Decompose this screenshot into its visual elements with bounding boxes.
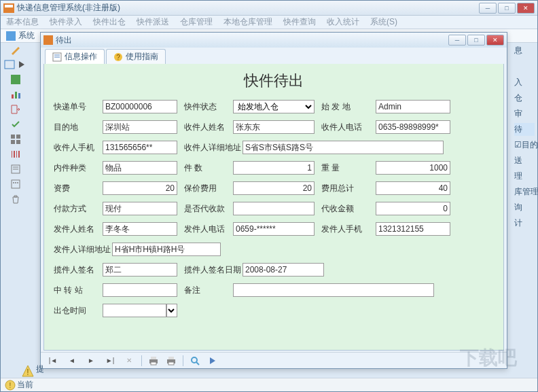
help-icon: ?	[113, 52, 123, 62]
input-pay-method[interactable]	[103, 202, 177, 215]
print-icon[interactable]	[147, 355, 160, 367]
label-dest: 目的地	[54, 122, 103, 133]
chart-icon[interactable]	[10, 89, 21, 100]
input-cod-amount[interactable]	[376, 202, 450, 215]
menu-query[interactable]: 快件查询	[283, 16, 316, 28]
calc-icon[interactable]	[10, 179, 21, 190]
next-search-icon[interactable]	[207, 355, 219, 367]
right-item[interactable]: 审	[514, 107, 535, 120]
input-recv-addr[interactable]	[243, 141, 444, 154]
svg-rect-15	[18, 151, 20, 158]
label-sender-mobile: 发件人手机	[321, 224, 376, 235]
input-origin[interactable]	[376, 100, 450, 113]
label-pay-method: 付款方式	[54, 203, 103, 215]
menu-dispatch[interactable]: 快件派送	[137, 16, 169, 28]
check-icon[interactable]	[10, 119, 21, 130]
input-express-no[interactable]	[103, 100, 177, 113]
tab-info-operation[interactable]: 信息操作	[45, 49, 105, 64]
outer-minimize-button[interactable]: ─	[479, 3, 497, 14]
input-is-cod[interactable]	[233, 202, 315, 215]
svg-rect-1	[5, 5, 13, 7]
nav-first-button[interactable]: |◄	[46, 355, 60, 367]
svg-rect-2	[5, 60, 14, 69]
right-item[interactable]: ☑目的	[514, 139, 535, 152]
menu-system[interactable]: 系统(S)	[370, 16, 397, 28]
select-out-time[interactable]	[166, 304, 177, 317]
input-sender-phone[interactable]	[233, 222, 315, 236]
right-item[interactable]: 息	[514, 44, 535, 57]
input-weight[interactable]	[376, 161, 450, 175]
inner-maximize-button[interactable]: □	[467, 35, 485, 46]
right-item[interactable]: 入	[514, 76, 535, 89]
input-fee[interactable]	[103, 181, 177, 195]
input-dest[interactable]	[103, 120, 177, 134]
status-bar: ! 提 ! 当前	[1, 378, 537, 391]
exit-icon[interactable]	[10, 104, 21, 115]
separator	[141, 355, 142, 366]
right-item[interactable]: 送	[514, 154, 535, 167]
input-handler-date[interactable]	[243, 263, 324, 277]
window-icon[interactable]	[4, 59, 15, 70]
barcode-icon[interactable]	[10, 149, 21, 160]
input-recv-name[interactable]	[233, 120, 315, 134]
play-icon[interactable]	[16, 59, 27, 70]
nav-prev-button[interactable]: ◄	[65, 355, 79, 367]
menu-entry[interactable]: 快件录入	[50, 16, 82, 28]
input-sender-mobile[interactable]	[376, 222, 450, 236]
label-origin: 始 发 地	[321, 101, 376, 113]
right-item[interactable]: 待	[514, 123, 535, 136]
tab-guide[interactable]: ? 使用指南	[106, 49, 166, 64]
input-recv-phone[interactable]	[376, 120, 450, 134]
menu-basic-info[interactable]: 基本信息	[6, 16, 39, 28]
search-icon[interactable]	[189, 355, 201, 367]
menubar: 基本信息 快件录入 快件出仓 快件派送 仓库管理 本地仓库管理 快件查询 收入统…	[1, 16, 537, 29]
menu-local-warehouse[interactable]: 本地仓库管理	[223, 16, 272, 28]
input-item-type[interactable]	[103, 161, 177, 175]
outer-close-button[interactable]: ✕	[517, 3, 535, 14]
svg-rect-19	[12, 180, 20, 188]
menu-warehouse[interactable]: 仓库管理	[180, 16, 213, 28]
svg-rect-7	[18, 93, 20, 99]
right-item[interactable]: 计	[514, 217, 535, 230]
input-recv-mobile[interactable]	[103, 141, 177, 154]
panel-icon[interactable]	[10, 74, 21, 85]
right-item[interactable]: 询	[514, 201, 535, 214]
report-icon[interactable]	[10, 164, 21, 175]
grid-icon[interactable]	[10, 134, 21, 145]
svg-text:?: ?	[116, 54, 120, 61]
trash-icon[interactable]	[10, 194, 21, 204]
label-fee: 资费	[54, 183, 103, 194]
input-insure[interactable]	[233, 181, 315, 195]
print-preview-icon[interactable]	[165, 355, 177, 367]
label-qty: 件 数	[184, 162, 233, 174]
menu-out[interactable]: 快件出仓	[93, 16, 126, 28]
input-sender-addr[interactable]	[112, 243, 221, 256]
inner-minimize-button[interactable]: ─	[448, 35, 466, 46]
info-icon: !	[5, 380, 16, 391]
menu-income[interactable]: 收入统计	[327, 16, 359, 28]
right-item[interactable]: 理	[514, 170, 535, 183]
svg-rect-31	[151, 362, 156, 365]
input-remark[interactable]	[233, 283, 434, 297]
svg-rect-9	[16, 135, 20, 139]
pencil-icon[interactable]	[10, 44, 21, 55]
outer-maximize-button[interactable]: □	[498, 3, 516, 14]
svg-rect-12	[12, 151, 12, 158]
label-sender-phone: 发件人电话	[184, 224, 233, 235]
tab-label: 使用指南	[126, 51, 158, 63]
input-sender-name[interactable]	[103, 222, 177, 236]
input-total[interactable]	[376, 181, 450, 195]
right-item[interactable]: 仓	[514, 92, 535, 105]
label-item-type: 内件种类	[54, 162, 103, 174]
input-qty[interactable]	[233, 161, 315, 175]
inner-close-button[interactable]: ✕	[486, 35, 504, 46]
input-out-time[interactable]	[103, 304, 166, 317]
right-item[interactable]: 库管理	[514, 185, 535, 198]
select-status[interactable]: 始发地入仓	[233, 100, 315, 113]
svg-rect-4	[11, 75, 20, 84]
nav-last-button[interactable]: ►|	[103, 355, 117, 367]
input-handler-sign[interactable]	[103, 263, 177, 277]
record-navigator: |◄ ◄ ► ►| ✕	[41, 352, 507, 368]
input-transfer[interactable]	[103, 283, 177, 297]
nav-next-button[interactable]: ►	[84, 355, 98, 367]
